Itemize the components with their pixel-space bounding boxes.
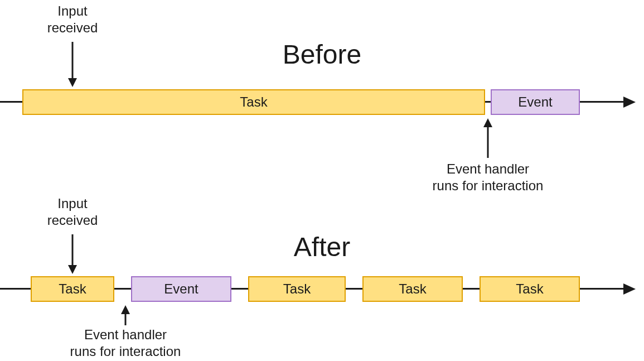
annotation-event-handler-before: Event handler runs for interaction	[433, 161, 544, 194]
timeline-arrowhead-icon	[623, 283, 636, 295]
arrow-up-icon	[487, 127, 489, 158]
diagram-stage: { "headings": { "before": "Before", "aft…	[0, 0, 644, 361]
arrow-down-icon	[72, 234, 74, 265]
event-block: Event	[131, 276, 231, 302]
arrow-down-icon	[72, 42, 74, 78]
task-block: Task	[362, 276, 463, 302]
annotation-input-received-before: Input received	[47, 3, 98, 36]
arrow-up-icon	[125, 314, 127, 325]
event-block: Event	[491, 89, 580, 115]
annotation-input-received-after: Input received	[47, 195, 98, 229]
task-block: Task	[480, 276, 580, 302]
arrowhead-down-icon	[68, 78, 77, 87]
arrowhead-up-icon	[483, 118, 492, 127]
heading-after: After	[0, 232, 644, 262]
timeline-arrowhead-icon	[623, 97, 636, 108]
task-block: Task	[248, 276, 346, 302]
annotation-event-handler-after: Event handler runs for interaction	[70, 326, 181, 360]
heading-before: Before	[0, 39, 644, 70]
arrowhead-up-icon	[121, 305, 130, 314]
task-block: Task	[31, 276, 114, 302]
arrowhead-down-icon	[68, 265, 77, 274]
task-block: Task	[22, 89, 485, 115]
